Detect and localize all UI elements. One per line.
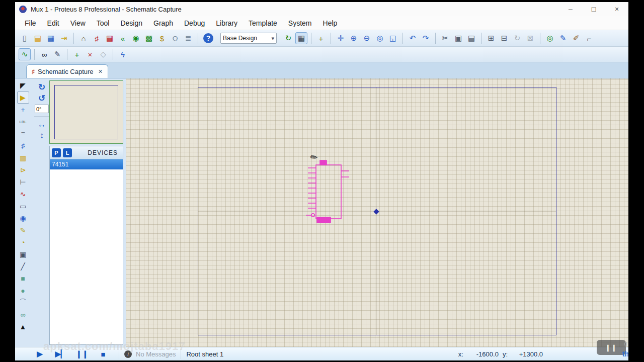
zoom-area-icon[interactable]: ◱ <box>387 32 399 44</box>
rotate-anticlockwise-button[interactable]: ↺ <box>38 94 45 104</box>
graph-mode-icon[interactable]: ∿ <box>17 188 29 200</box>
menu-file[interactable]: File <box>19 16 42 30</box>
3d-visualizer-module-icon[interactable]: ◉ <box>130 32 142 44</box>
mirror-horizontal-button[interactable]: ↔ <box>38 120 46 130</box>
toggle-grid-icon[interactable]: ▦ <box>295 32 307 44</box>
open-design-icon[interactable]: ▤ <box>32 32 44 44</box>
virtual-instruments-mode-icon[interactable]: ▣ <box>17 248 29 260</box>
property-assignment-tool-icon[interactable]: ✎ <box>51 48 63 60</box>
pan-centre-icon[interactable]: ✛ <box>335 32 347 44</box>
wire-autorouter-icon[interactable]: ∿ <box>19 48 31 60</box>
electrical-rule-check-icon[interactable]: Ω <box>169 32 181 44</box>
false-origin-icon[interactable]: + <box>315 32 327 44</box>
gerber-viewer-module-icon[interactable]: ▩ <box>143 32 155 44</box>
block-delete-icon[interactable]: ⊠ <box>524 32 536 44</box>
library-manager-button[interactable]: L <box>63 148 72 157</box>
pick-parts-icon[interactable]: ◎ <box>544 32 556 44</box>
new-sheet-icon[interactable]: + <box>71 48 83 60</box>
voltage-probe-mode-icon[interactable]: ✎ <box>17 224 29 236</box>
save-design-icon[interactable]: ▦ <box>45 32 57 44</box>
text-script-mode-icon[interactable]: ≡ <box>17 128 29 140</box>
copy-to-clipboard-icon[interactable]: ▣ <box>452 32 464 44</box>
help-icon[interactable]: ? <box>203 33 213 43</box>
play-button-icon[interactable]: ▶ <box>32 349 47 358</box>
tab-close-icon[interactable]: × <box>99 67 103 75</box>
zoom-out-icon[interactable]: ⊖ <box>361 32 373 44</box>
menu-system[interactable]: System <box>283 16 317 30</box>
2d-line-mode-icon[interactable]: ╱ <box>17 260 29 273</box>
current-probe-mode-icon[interactable]: ◔ <box>17 236 29 248</box>
menu-design[interactable]: Design <box>115 16 148 30</box>
goto-sheet-icon[interactable]: ◇ <box>97 48 109 60</box>
2d-arc-mode-icon[interactable]: ⌒ <box>17 297 29 309</box>
menu-template[interactable]: Template <box>243 16 283 30</box>
zoom-all-icon[interactable]: ◎ <box>374 32 386 44</box>
redraw-display-icon[interactable]: ↻ <box>282 32 294 44</box>
packaging-tool-icon[interactable]: ✐ <box>570 32 582 44</box>
new-design-icon[interactable]: ▯ <box>19 32 31 44</box>
design-explorer-icon[interactable]: ≣ <box>182 32 194 44</box>
menu-view[interactable]: View <box>65 16 91 30</box>
tape-recorder-mode-icon[interactable]: ▭ <box>17 200 29 212</box>
terminals-mode-icon[interactable]: ⊳ <box>17 164 29 176</box>
buses-mode-icon[interactable]: ♯ <box>17 140 29 152</box>
block-move-icon[interactable]: ⊟ <box>498 32 510 44</box>
decompose-tool-icon[interactable]: ⌐ <box>583 32 595 44</box>
menu-edit[interactable]: Edit <box>42 16 65 30</box>
wire-label-mode-icon[interactable]: LBL <box>17 116 29 128</box>
step-button-icon[interactable]: ▶▏ <box>53 349 68 358</box>
selection-mode-icon[interactable]: ◤ <box>17 79 29 92</box>
bill-of-materials-module-icon[interactable]: $ <box>156 32 168 44</box>
import-design-icon[interactable]: ⇥ <box>58 32 70 44</box>
minimize-button[interactable]: – <box>559 2 582 16</box>
sheet-selector-dropdown[interactable]: Base Design ▾ <box>220 33 277 44</box>
make-device-icon[interactable]: ✎ <box>557 32 569 44</box>
menu-help[interactable]: Help <box>317 16 343 30</box>
remove-sheet-icon[interactable]: × <box>84 48 96 60</box>
2d-circle-mode-icon[interactable]: ● <box>17 285 29 297</box>
paste-from-clipboard-icon[interactable]: ▤ <box>465 32 477 44</box>
info-icon[interactable]: i <box>124 350 132 358</box>
2d-path-mode-icon[interactable]: ∞ <box>17 309 29 321</box>
tab-schematic-capture[interactable]: ♯ Schematic Capture × <box>26 64 108 78</box>
component-mode-icon[interactable]: ▶ <box>17 92 29 104</box>
zoom-to-child-icon[interactable]: ϟ <box>117 48 129 60</box>
block-copy-icon[interactable]: ⊞ <box>485 32 497 44</box>
close-button[interactable]: × <box>605 2 628 16</box>
toolbar-separator <box>67 49 67 60</box>
menu-graph[interactable]: Graph <box>148 16 179 30</box>
maximize-button[interactable]: □ <box>582 2 605 16</box>
home-page-icon[interactable]: ⌂ <box>77 32 90 44</box>
previous-module-icon[interactable]: « <box>117 32 129 44</box>
schematic-canvas[interactable]: ✎ <box>126 78 628 347</box>
cut-to-clipboard-icon[interactable]: ✂ <box>439 32 451 44</box>
block-rotate-icon[interactable]: ↻ <box>511 32 523 44</box>
redo-icon[interactable]: ↷ <box>420 32 432 44</box>
zoom-in-icon[interactable]: ⊕ <box>348 32 360 44</box>
pause-button-icon[interactable]: ❙❙ <box>74 349 90 358</box>
menu-library[interactable]: Library <box>210 16 243 30</box>
message-status[interactable]: No Messages <box>136 350 176 358</box>
menu-debug[interactable]: Debug <box>179 16 210 30</box>
component-preview-74151[interactable] <box>306 160 349 223</box>
overview-panel[interactable] <box>49 80 123 144</box>
video-pause-overlay[interactable]: ❙❙ <box>597 340 626 355</box>
subcircuit-mode-icon[interactable]: ▥ <box>17 152 29 164</box>
2d-marker-mode-icon[interactable]: ▲ <box>17 321 29 333</box>
generator-mode-icon[interactable]: ◉ <box>17 212 29 224</box>
device-list-item-74151[interactable]: 74151 <box>50 159 123 169</box>
pick-devices-button[interactable]: P <box>52 148 61 157</box>
rotation-angle-input[interactable] <box>35 105 49 113</box>
menu-bar: FileEditViewToolDesignGraphDebugLibraryT… <box>15 16 628 30</box>
undo-icon[interactable]: ↶ <box>407 32 419 44</box>
pcb-layout-module-icon[interactable]: ▦ <box>104 32 116 44</box>
schematic-capture-module-icon[interactable]: ♯ <box>91 32 103 44</box>
rotate-clockwise-button[interactable]: ↻ <box>38 82 45 93</box>
menu-tool[interactable]: Tool <box>91 16 115 30</box>
search-and-tag-icon[interactable]: ∞ <box>38 48 50 60</box>
stop-button-icon[interactable]: ■ <box>96 350 111 358</box>
junction-dot-mode-icon[interactable]: + <box>17 104 29 116</box>
2d-box-mode-icon[interactable]: ■ <box>17 273 29 285</box>
device-pins-mode-icon[interactable]: ⊢ <box>17 176 29 188</box>
mirror-vertical-button[interactable]: ↕ <box>40 131 44 141</box>
